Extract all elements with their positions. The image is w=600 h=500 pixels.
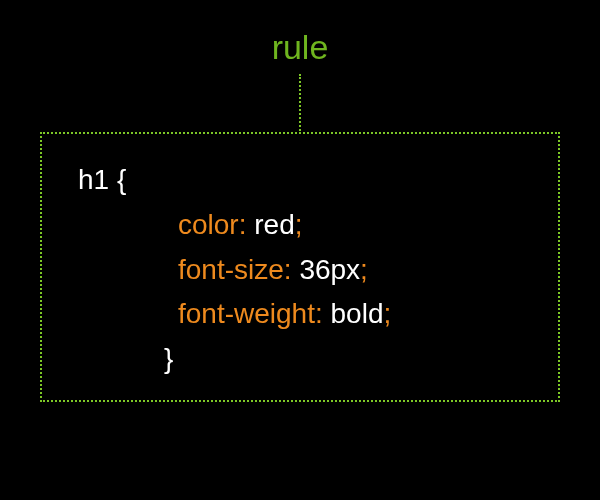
selector: h1 bbox=[78, 164, 109, 195]
prop-3: font-weight bbox=[178, 298, 315, 329]
css-code: h1 { color: red; font-size: 36px; font-w… bbox=[78, 158, 538, 382]
leader-line bbox=[299, 74, 301, 134]
val-1: red bbox=[254, 209, 294, 240]
val-3: bold bbox=[331, 298, 384, 329]
declaration-3: font-weight: bold; bbox=[78, 292, 538, 337]
declaration-2: font-size: 36px; bbox=[78, 248, 538, 293]
prop-1: color bbox=[178, 209, 239, 240]
selector-line: h1 { bbox=[78, 158, 538, 203]
diagram-stage: rule h1 { color: red; font-size: 36px; f… bbox=[0, 0, 600, 500]
open-brace: { bbox=[117, 164, 126, 195]
colon-2: : bbox=[284, 254, 292, 285]
semi-3: ; bbox=[383, 298, 391, 329]
semi-1: ; bbox=[295, 209, 303, 240]
close-brace: } bbox=[78, 337, 538, 382]
prop-2: font-size bbox=[178, 254, 284, 285]
val-2: 36px bbox=[299, 254, 360, 285]
rule-title: rule bbox=[0, 28, 600, 67]
space-3 bbox=[323, 298, 331, 329]
rule-box: h1 { color: red; font-size: 36px; font-w… bbox=[40, 132, 560, 402]
declaration-1: color: red; bbox=[78, 203, 538, 248]
semi-2: ; bbox=[360, 254, 368, 285]
colon-3: : bbox=[315, 298, 323, 329]
